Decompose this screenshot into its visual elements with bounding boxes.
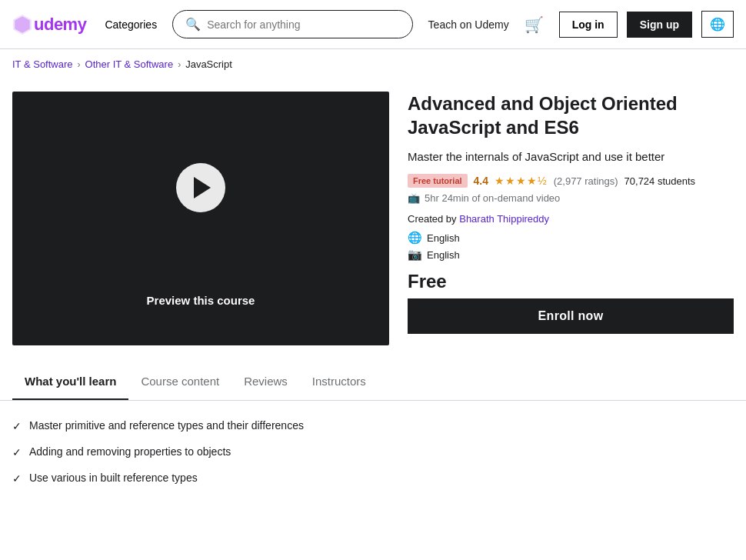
language-row-2: 📷 English <box>408 248 734 262</box>
check-icon: ✓ <box>12 471 22 487</box>
teach-link[interactable]: Teach on Udemy <box>428 18 509 31</box>
created-by: Created by Bharath Thippireddy <box>408 213 734 225</box>
tab-reviews[interactable]: Reviews <box>231 364 300 400</box>
breadcrumb-current: JavaScript <box>185 58 232 70</box>
video-preview[interactable]: Preview this course <box>12 92 389 345</box>
star-rating: ★★★★½ <box>495 175 548 187</box>
search-input[interactable] <box>207 18 399 31</box>
check-icon: ✓ <box>12 445 22 461</box>
main-content: Preview this course Advanced and Object … <box>0 79 746 358</box>
tab-instructors[interactable]: Instructors <box>300 364 378 400</box>
language-row-1: 🌐 English <box>408 231 734 245</box>
free-badge: Free tutorial <box>408 174 468 188</box>
learn-text: Use various in built reference types <box>29 470 198 486</box>
preview-label: Preview this course <box>147 294 255 307</box>
video-duration: 5hr 24min of on-demand video <box>425 192 560 204</box>
tabs: What you'll learn Course content Reviews… <box>12 364 734 400</box>
language-2: English <box>427 249 460 261</box>
categories-button[interactable]: Categories <box>98 15 163 34</box>
language-1: English <box>427 232 460 244</box>
logo[interactable]: udemy <box>12 15 86 35</box>
learn-text: Master primitive and reference types and… <box>29 418 304 434</box>
cart-icon[interactable]: 🛒 <box>525 15 544 34</box>
enroll-button[interactable]: Enroll now <box>408 298 734 334</box>
course-title: Advanced and Object Oriented JavaScript … <box>408 92 734 139</box>
instructor-link[interactable]: Bharath Thippireddy <box>459 213 549 225</box>
breadcrumb: IT & Software › Other IT & Software › Ja… <box>0 49 746 79</box>
breadcrumb-item-it-software[interactable]: IT & Software <box>12 58 73 70</box>
rating-number: 4.4 <box>474 175 488 187</box>
price: Free <box>408 271 734 292</box>
globe-icon-1: 🌐 <box>408 231 422 245</box>
course-info: Advanced and Object Oriented JavaScript … <box>408 92 734 345</box>
list-item: ✓ Adding and removing properties to obje… <box>12 439 734 465</box>
login-button[interactable]: Log in <box>559 12 618 38</box>
learn-section: ✓ Master primitive and reference types a… <box>0 401 746 492</box>
learn-text: Adding and removing properties to object… <box>29 444 231 460</box>
video-icon: 📺 <box>408 192 420 204</box>
play-button[interactable] <box>176 163 225 212</box>
list-item: ✓ Use various in built reference types <box>12 465 734 492</box>
rating-row: Free tutorial 4.4 ★★★★½ (2,977 ratings) … <box>408 174 734 188</box>
list-item: ✓ Master primitive and reference types a… <box>12 413 734 439</box>
check-icon: ✓ <box>12 418 22 435</box>
breadcrumb-item-other-it[interactable]: Other IT & Software <box>85 58 174 70</box>
breadcrumb-separator-2: › <box>178 59 181 70</box>
logo-text: udemy <box>34 15 86 35</box>
video-info: 📺 5hr 24min of on-demand video <box>408 192 734 204</box>
caption-icon: 📷 <box>408 248 422 262</box>
tab-course-content[interactable]: Course content <box>128 364 231 400</box>
play-icon <box>194 177 211 198</box>
language-button[interactable]: 🌐 <box>701 11 734 38</box>
breadcrumb-separator: › <box>78 59 81 70</box>
header: udemy Categories 🔍 Teach on Udemy 🛒 Log … <box>0 0 746 49</box>
rating-count: (2,977 ratings) <box>554 175 618 187</box>
students-count: 70,724 students <box>624 175 696 187</box>
course-subtitle: Master the internals of JavaScript and u… <box>408 148 734 165</box>
tabs-section: What you'll learn Course content Reviews… <box>0 364 746 401</box>
globe-icon: 🌐 <box>710 18 725 31</box>
signup-button[interactable]: Sign up <box>627 12 692 38</box>
search-bar: 🔍 <box>172 10 412 38</box>
tab-what-youll-learn[interactable]: What you'll learn <box>12 364 128 400</box>
search-icon: 🔍 <box>185 17 201 32</box>
